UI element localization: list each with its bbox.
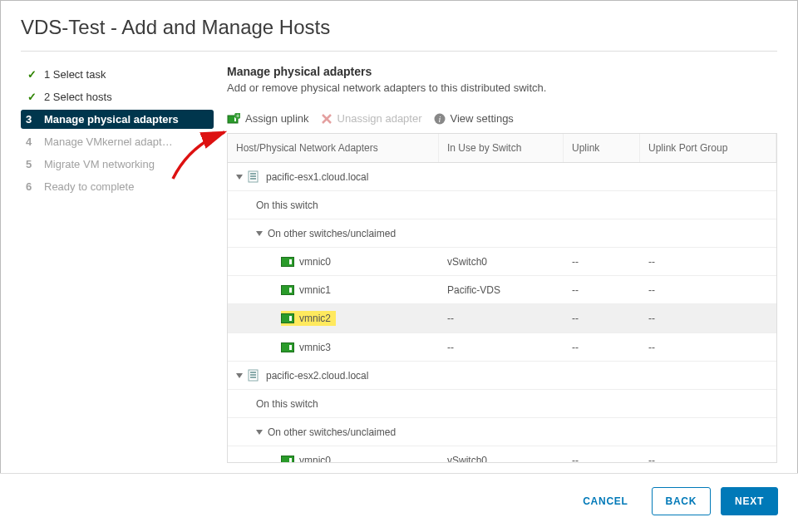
- uplink: --: [564, 448, 640, 463]
- uplink: --: [564, 249, 640, 274]
- nic-icon: [281, 342, 294, 352]
- step-label: Manage VMkernel adapt…: [44, 135, 173, 148]
- nic-row[interactable]: vmnic1Pacific-VDS----: [228, 276, 776, 304]
- wizard-step-2[interactable]: ✓2 Select hosts: [21, 87, 214, 106]
- nic-row[interactable]: vmnic0vSwitch0----: [228, 446, 776, 462]
- uplink-port-group: --: [640, 335, 776, 360]
- section-title: Manage physical adapters: [227, 65, 777, 78]
- uplink: --: [564, 335, 640, 360]
- step-num: 4: [26, 135, 37, 148]
- info-icon: i: [434, 113, 446, 125]
- step-label: 1 Select task: [44, 68, 106, 81]
- expand-icon[interactable]: [236, 175, 243, 180]
- on-this-switch-row[interactable]: On this switch: [228, 191, 776, 219]
- col-uplink-port-group[interactable]: Uplink Port Group: [640, 134, 776, 162]
- host-name: pacific-esx2.cloud.local: [266, 370, 368, 382]
- col-uplink[interactable]: Uplink: [564, 134, 640, 162]
- host-icon: [248, 170, 261, 183]
- view-settings-button[interactable]: i View settings: [434, 112, 514, 125]
- host-icon: [248, 369, 261, 382]
- section-desc: Add or remove physical network adapters …: [227, 81, 777, 94]
- nic-icon: [281, 285, 294, 295]
- other-switches-row[interactable]: On other switches/unclaimed: [228, 418, 776, 446]
- host-row[interactable]: pacific-esx2.cloud.local: [228, 362, 776, 390]
- dialog-title: VDS-Test - Add and Manage Hosts: [21, 16, 777, 39]
- nic-row[interactable]: vmnic3------: [228, 333, 776, 362]
- grid-body[interactable]: pacific-esx1.cloud.localOn this switchOn…: [228, 163, 776, 462]
- nic-name: vmnic1: [299, 284, 331, 296]
- check-icon: ✓: [26, 91, 37, 103]
- expand-icon[interactable]: [236, 373, 243, 378]
- group-label: On other switches/unclaimed: [268, 426, 396, 438]
- other-switches-row[interactable]: On other switches/unclaimed: [228, 219, 776, 248]
- cancel-button[interactable]: CANCEL: [569, 487, 641, 515]
- unassign-icon: [321, 113, 332, 125]
- group-label: On other switches/unclaimed: [268, 228, 396, 239]
- nic-icon: [281, 456, 294, 463]
- step-label: Ready to complete: [44, 180, 134, 193]
- step-num: 5: [26, 158, 37, 170]
- nic-name: vmnic3: [299, 342, 331, 353]
- uplink-port-group: --: [640, 306, 776, 331]
- unassign-adapter-button: Unassign adapter: [321, 112, 422, 125]
- assign-uplink-button[interactable]: + Assign uplink: [227, 112, 309, 125]
- svg-rect-9: [250, 173, 256, 175]
- svg-rect-15: [250, 377, 256, 378]
- svg-text:+: +: [236, 113, 239, 119]
- next-button[interactable]: NEXT: [721, 487, 778, 515]
- wizard-step-6: 6Ready to complete: [21, 177, 214, 196]
- host-row[interactable]: pacific-esx1.cloud.local: [228, 163, 776, 191]
- svg-rect-10: [250, 175, 256, 177]
- wizard-steps: ✓1 Select task✓2 Select hosts3Manage phy…: [21, 65, 214, 463]
- nic-icon: [281, 313, 294, 323]
- unassign-adapter-label: Unassign adapter: [337, 112, 422, 125]
- nic-name: vmnic0: [299, 256, 331, 268]
- nic-row[interactable]: vmnic2------: [228, 304, 776, 333]
- wizard-step-4: 4Manage VMkernel adapt…: [21, 132, 214, 151]
- uplink-port-group: --: [640, 278, 776, 303]
- in-use-by: vSwitch0: [439, 448, 564, 463]
- check-icon: ✓: [26, 68, 37, 81]
- divider: [21, 51, 777, 52]
- nic-icon: [281, 257, 294, 267]
- wizard-step-5: 5Migrate VM networking: [21, 155, 214, 174]
- step-label: Migrate VM networking: [44, 158, 155, 170]
- adapters-grid: Host/Physical Network Adapters In Use by…: [227, 133, 777, 463]
- expand-icon[interactable]: [256, 430, 263, 435]
- nic-name: vmnic2: [299, 313, 331, 324]
- assign-uplink-icon: +: [227, 113, 240, 125]
- nic-name: vmnic0: [299, 455, 331, 463]
- in-use-by: --: [439, 306, 564, 331]
- host-name: pacific-esx1.cloud.local: [266, 171, 368, 183]
- nic-row[interactable]: vmnic0vSwitch0----: [228, 248, 776, 276]
- uplink-port-group: --: [640, 448, 776, 463]
- step-label: 2 Select hosts: [44, 91, 112, 103]
- uplink: --: [564, 278, 640, 303]
- group-label: On this switch: [256, 200, 318, 211]
- wizard-step-3[interactable]: 3Manage physical adapters: [21, 110, 214, 129]
- in-use-by: Pacific-VDS: [439, 278, 564, 303]
- in-use-by: vSwitch0: [439, 249, 564, 274]
- in-use-by: --: [439, 335, 564, 360]
- svg-rect-11: [250, 178, 256, 180]
- grid-header: Host/Physical Network Adapters In Use by…: [228, 134, 776, 163]
- step-num: 3: [26, 113, 37, 126]
- on-this-switch-row[interactable]: On this switch: [228, 390, 776, 418]
- group-label: On this switch: [256, 398, 318, 410]
- step-label: Manage physical adapters: [44, 113, 179, 126]
- wizard-step-1[interactable]: ✓1 Select task: [21, 65, 214, 84]
- view-settings-label: View settings: [451, 112, 514, 125]
- expand-icon[interactable]: [256, 231, 263, 236]
- step-num: 6: [26, 180, 37, 193]
- uplink: --: [564, 306, 640, 331]
- dialog-footer: CANCEL BACK NEXT: [0, 473, 798, 532]
- uplink-port-group: --: [640, 249, 776, 274]
- svg-text:i: i: [438, 114, 441, 123]
- toolbar: + Assign uplink Unassign adapter i: [227, 107, 777, 133]
- assign-uplink-label: Assign uplink: [245, 112, 309, 125]
- back-button[interactable]: BACK: [652, 487, 712, 515]
- col-in-use[interactable]: In Use by Switch: [439, 134, 564, 162]
- col-host-adapters[interactable]: Host/Physical Network Adapters: [228, 134, 439, 162]
- svg-rect-14: [250, 374, 256, 376]
- svg-rect-13: [250, 372, 256, 373]
